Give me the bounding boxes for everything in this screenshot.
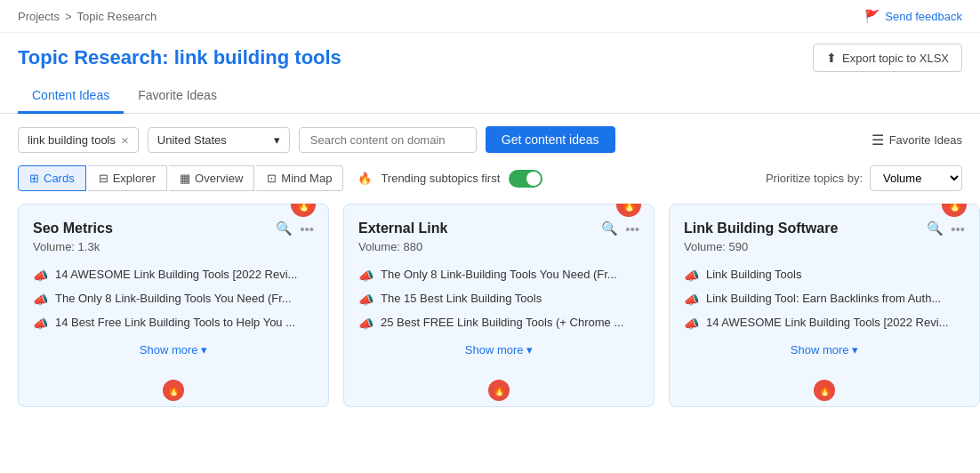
get-content-ideas-button[interactable]: Get content ideas [486,126,615,153]
view-toolbar: ⊞ Cards ⊟ Explorer ▦ Overview ⊡ Mind Map… [0,165,980,204]
card-item: 📣 14 AWESOME Link Building Tools [2022 R… [33,268,314,283]
trending-fire-badge: 🔥 [616,204,641,217]
flag-icon: 🚩 [864,9,880,23]
trending-fire-badge: 🔥 [942,204,967,217]
megaphone-icon: 📣 [33,317,48,331]
breadcrumb: Projects > Topic Research [18,10,157,23]
send-feedback-label: Send feedback [885,10,962,23]
card-item: 📣 Link Building Tools [684,268,965,283]
export-label: Export topic to XLSX [842,52,949,65]
page-title: Topic Research: link building tools [18,46,341,69]
card-item: 📣 The Only 8 Link-Building Tools You Nee… [358,268,639,283]
overview-label: Overview [195,172,243,185]
card-external-link: 🔥 External Link 🔍 ••• Volume: 880 📣 The … [343,204,655,407]
send-feedback-link[interactable]: 🚩 Send feedback [864,9,962,23]
search-icon[interactable]: 🔍 [276,220,293,236]
card-item-text[interactable]: 25 Best FREE Link Building Tools (+ Chro… [381,316,623,329]
trending-fire-badge: 🔥 [291,204,316,217]
megaphone-icon: 📣 [358,317,374,331]
search-icon[interactable]: 🔍 [601,220,618,236]
card-item-text[interactable]: Link Building Tool: Earn Backlinks from … [706,292,941,305]
prioritize-select[interactable]: Volume Difficulty Relevance [870,165,962,191]
flame-bottom-icon: 🔥 [163,380,184,401]
more-options-icon[interactable]: ••• [300,221,314,236]
card-volume: Volume: 880 [358,240,639,253]
mindmap-icon: ⊡ [267,172,277,185]
card-item: 📣 14 Best Free Link Building Tools to He… [33,316,314,331]
cards-area: 🔥 Seo Metrics 🔍 ••• Volume: 1.3k 📣 14 AW… [0,204,980,407]
chevron-down-icon: ▾ [274,133,280,147]
trending-toggle[interactable] [509,170,542,188]
card-items: 📣 Link Building Tools 📣 Link Building To… [684,268,965,331]
search-tag-text: link building tools [28,133,116,147]
mindmap-label: Mind Map [281,172,332,185]
show-more-button[interactable]: Show more ▾ [33,331,314,371]
flame-bottom: 🔥 [358,371,639,406]
card-header: Link Building Software 🔍 ••• [684,220,965,236]
card-item-text[interactable]: Link Building Tools [706,268,801,281]
card-item-text[interactable]: The Only 8 Link-Building Tools You Need … [55,292,292,305]
tab-favorite-ideas[interactable]: Favorite Ideas [124,81,231,114]
card-seo-metrics: 🔥 Seo Metrics 🔍 ••• Volume: 1.3k 📣 14 AW… [18,204,329,407]
overview-icon: ▦ [180,172,190,185]
card-item-text[interactable]: 14 AWESOME Link Building Tools [2022 Rev… [55,268,297,281]
more-options-icon[interactable]: ••• [625,221,639,236]
view-cards-button[interactable]: ⊞ Cards [18,165,86,191]
page-title-keyword: link building tools [174,46,341,68]
country-label: United States [157,133,227,147]
prioritize-section: Prioritize topics by: Volume Difficulty … [766,165,962,191]
view-explorer-button[interactable]: ⊟ Explorer [88,165,167,191]
megaphone-icon: 📣 [358,293,374,307]
show-more-button[interactable]: Show more ▾ [684,331,965,371]
megaphone-icon: 📣 [684,317,699,331]
top-bar: Projects > Topic Research 🚩 Send feedbac… [0,0,980,33]
card-title: Seo Metrics [33,220,113,236]
card-items: 📣 The Only 8 Link-Building Tools You Nee… [358,268,639,331]
page-header: Topic Research: link building tools ⬆ Ex… [0,33,980,72]
card-item-text[interactable]: The 15 Best Link Building Tools [381,292,542,305]
tab-content-ideas[interactable]: Content Ideas [18,81,124,114]
card-item: 📣 Link Building Tool: Earn Backlinks fro… [684,292,965,307]
country-select[interactable]: United States ▾ [148,127,290,153]
table-icon: ⊟ [99,172,108,185]
card-volume: Volume: 590 [684,240,965,253]
trending-section: 🔥 Trending subtopics first [357,170,542,188]
megaphone-icon: 📣 [358,269,374,283]
export-button[interactable]: ⬆ Export topic to XLSX [813,44,962,72]
cards-icon: ⊞ [29,172,39,185]
show-more-button[interactable]: Show more ▾ [358,331,639,371]
card-link-building-software: 🔥 Link Building Software 🔍 ••• Volume: 5… [669,204,980,407]
view-mindmap-button[interactable]: ⊡ Mind Map [256,165,343,191]
megaphone-icon: 📣 [33,293,48,307]
remove-tag-icon[interactable]: × [121,133,129,147]
card-actions: 🔍 ••• [601,220,639,236]
card-item-text[interactable]: 14 AWESOME Link Building Tools [2022 Rev… [706,316,948,329]
page-title-prefix: Topic Research: [18,46,174,68]
card-item-text[interactable]: 14 Best Free Link Building Tools to Help… [55,316,295,329]
card-title: Link Building Software [684,220,838,236]
card-header: Seo Metrics 🔍 ••• [33,220,314,236]
card-items: 📣 14 AWESOME Link Building Tools [2022 R… [33,268,314,331]
card-title: External Link [358,220,447,236]
breadcrumb-current: Topic Research [77,10,157,23]
list-icon: ☰ [872,132,884,148]
card-item-text[interactable]: The Only 8 Link-Building Tools You Need … [381,268,617,281]
prioritize-label: Prioritize topics by: [766,172,863,185]
card-item: 📣 The 15 Best Link Building Tools [358,292,639,307]
search-tag: link building tools × [18,127,139,153]
megaphone-icon: 📣 [684,293,699,307]
upload-icon: ⬆ [826,51,837,65]
card-item: 📣 14 AWESOME Link Building Tools [2022 R… [684,316,965,331]
tabs-bar: Content Ideas Favorite Ideas [0,72,980,114]
trending-label: Trending subtopics first [381,172,500,185]
card-actions: 🔍 ••• [276,220,314,236]
flame-bottom-icon: 🔥 [814,380,835,401]
toggle-knob [526,172,541,186]
more-options-icon[interactable]: ••• [951,221,965,236]
view-overview-button[interactable]: ▦ Overview [169,165,254,191]
view-options: ⊞ Cards ⊟ Explorer ▦ Overview ⊡ Mind Map [18,165,343,191]
domain-search-input[interactable] [299,127,477,153]
favorite-ideas-button[interactable]: ☰ Favorite Ideas [872,132,962,148]
search-icon[interactable]: 🔍 [927,220,944,236]
breadcrumb-projects[interactable]: Projects [18,10,60,23]
